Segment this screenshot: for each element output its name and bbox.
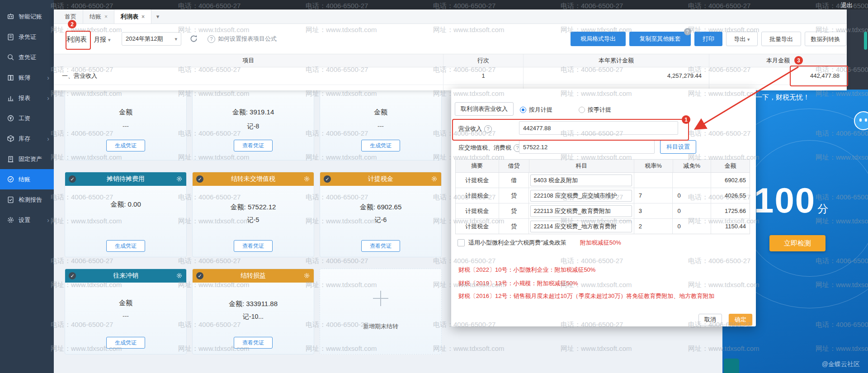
sidebar-item-voucher-entry[interactable]: 录凭证 [0,27,54,47]
account-field[interactable]: 5403 税金及附加 [530,175,632,186]
closing-card: 金额: 3919.14 记-8 查看凭证 [192,90,314,161]
check-icon: ✓ [196,272,203,279]
sidebar-item-fixed-assets[interactable]: 固定资产 [0,149,54,169]
help-icon[interactable]: ? [484,125,492,133]
cancel-button[interactable]: 取消 [698,314,722,326]
check-icon: ✓ [196,175,203,183]
tab-home[interactable]: 首页 [58,9,83,24]
export-dropdown-button[interactable]: 导出 ▾ [726,32,758,46]
sidebar-item-closing[interactable]: 结账 [0,169,54,189]
card-amount-empty: --- [65,123,186,130]
chevron-right-icon: › [47,74,49,81]
batch-export-button[interactable]: 批量导出 [761,32,801,46]
card-title: 结转损益 [241,272,266,280]
voucher-entry-icon [7,33,14,41]
card-header: ✓ 摊销待摊费用 [65,172,186,186]
report-type-label[interactable]: 利润表 [66,35,87,44]
cell-amount: 6902.65 [711,173,750,188]
card-voucher-no: 记-6 [320,216,441,224]
closing-check-icon [7,175,14,183]
vat-input[interactable] [519,140,655,154]
gear-icon[interactable] [176,272,183,280]
period-type-dropdown[interactable]: 月报▾ [94,36,111,44]
view-voucher-button[interactable]: 查看凭证 [361,240,400,252]
panel-slogan: 测一下，财税无忧！ [749,93,810,102]
revenue-input[interactable] [519,121,678,135]
generate-voucher-button[interactable]: 生成凭证 [106,337,145,349]
card-title: 计提税金 [368,175,393,183]
sidebar-item-label: 录凭证 [19,33,36,41]
print-button[interactable]: 打印 [694,32,722,46]
tab-list-dropdown[interactable]: ▾ [151,9,164,24]
card-amount: 金额 [65,108,186,117]
sidebar-item-reports[interactable]: 报表 › [0,88,54,108]
help-icon[interactable]: ? [684,28,691,35]
gear-icon[interactable] [303,272,310,280]
gear-icon[interactable] [176,175,183,184]
cell-relief [672,173,711,188]
sidebar-item-salary[interactable]: 工资 [0,108,54,128]
card-amount: 金额: 333911.88 [193,300,314,308]
cell-ytd: 4,257,279.44 [523,67,709,85]
chevron-down-icon: ▾ [175,36,177,42]
cell-summary: 计提税金 [456,222,499,231]
view-voucher-button[interactable]: 查看凭证 [234,140,273,151]
account-field[interactable]: 222113 应交税费_教育费附加 [530,205,632,217]
sidebar-item-ledger[interactable]: 账簿 › [0,67,54,88]
refresh-button[interactable] [189,34,198,44]
radio-quarterly[interactable]: 按季计提 [579,106,611,114]
take-revenue-from-report-button[interactable]: 取利润表营业收入 [455,102,514,116]
generate-voucher-button[interactable]: 生成凭证 [361,140,400,151]
sidebar-item-voucher-search[interactable]: 查凭证 [0,47,54,67]
add-period-transfer-card[interactable]: 新增期末结转 [320,269,442,354]
cell-summary: 计提税金 [456,192,499,200]
tab-income-statement[interactable]: 利润表× [114,9,151,24]
card-voucher-no: 记-5 [193,216,314,224]
check-icon: ✓ [324,175,331,183]
period-select[interactable]: 2024年第12期▾ [122,32,181,46]
view-voucher-button[interactable]: 查看凭证 [234,240,273,252]
copy-to-other-books-button[interactable]: 复制至其他账套 [629,32,691,46]
col-header-month: 本月金额 [709,54,847,67]
sidebar: 智能记账 录凭证 查凭证 账簿 › 报表 › 工资 库存 › 固定资产 结账 检… [0,0,54,373]
tax-format-export-button[interactable]: 税局格式导出 [571,32,626,46]
policy-checkbox[interactable] [458,239,465,246]
column-convert-button[interactable]: 数据列转换 [805,32,846,46]
closing-card-amortization: ✓ 摊销待摊费用 金额: 0.00 生成凭证 [65,172,187,257]
sidebar-item-smart-accounting[interactable]: 智能记账 [0,6,54,27]
sidebar-item-label: 结账 [19,175,30,184]
account-settings-button[interactable]: 科目设置 [660,140,696,154]
sidebar-item-label: 智能记账 [19,13,42,21]
gear-icon[interactable] [431,175,438,184]
formula-help-link[interactable]: ? 如何设置报表项目公式 [208,35,277,43]
table-row-operating-revenue[interactable]: 一、营业收入 1 4,257,279.44 442,477.88 [54,67,847,85]
tab-closing[interactable]: 结账× [83,9,114,24]
sidebar-item-inventory[interactable]: 库存 › [0,128,54,149]
sidebar-item-label: 设置 [19,216,30,224]
cell-summary: 计提税金 [456,176,499,184]
generate-voucher-button[interactable]: 生成凭证 [106,240,145,252]
policy-checkbox-label: 适用小型微利企业“六税两费”减免政策 [468,239,566,247]
col-header-item: 项目 [54,54,443,67]
chevron-down-icon: ▾ [747,37,750,42]
cell-rate [634,173,673,188]
chevron-down-icon: ▾ [108,37,111,42]
confirm-button[interactable]: 确定 [729,314,752,326]
sidebar-item-settings[interactable]: 设置 › [0,210,54,230]
generate-voucher-button[interactable]: 生成凭证 [106,140,145,151]
small-enterprise-policy-row: 适用小型微利企业“六税两费”减免政策 附加税减征50% [458,239,621,247]
exit-button[interactable]: 退出 [841,1,853,9]
close-icon[interactable]: × [104,14,108,20]
view-voucher-button[interactable]: 查看凭证 [234,337,273,349]
scrollbar-thumb[interactable] [864,32,867,50]
sidebar-item-inspection-report[interactable]: 检测报告 [0,189,54,210]
card-title: 往来冲销 [113,272,138,280]
radio-monthly[interactable]: 按月计提 [520,106,552,114]
close-icon[interactable]: × [142,14,145,20]
chevron-right-icon: › [47,94,49,102]
account-field[interactable]: 222108 应交税费_应交城市维护 [530,190,632,202]
check-now-button[interactable]: 立即检测 [769,235,826,251]
sidebar-item-label: 账簿 [19,74,30,82]
gear-icon[interactable] [303,175,310,184]
account-field[interactable]: 222114 应交税费_地方教育费附 [530,221,632,232]
